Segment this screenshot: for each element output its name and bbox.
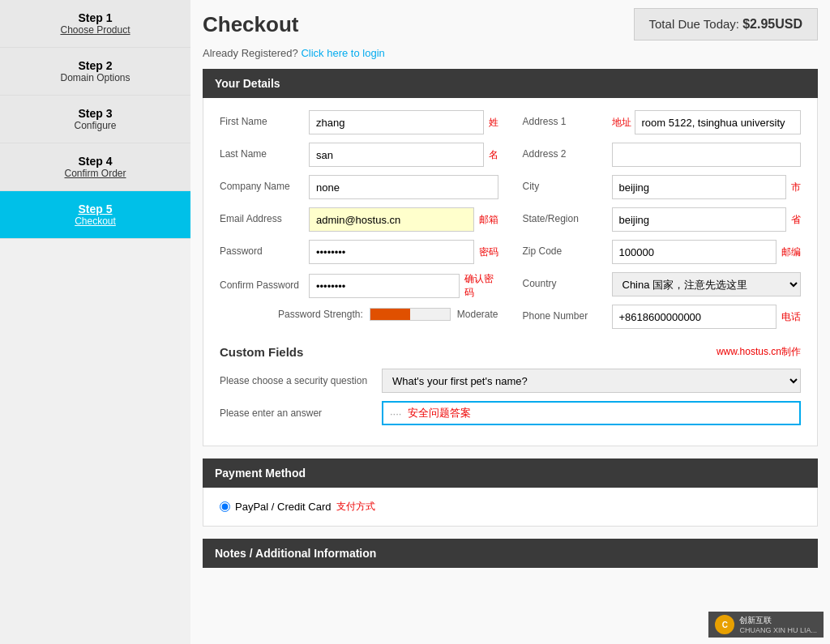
state-annotation: 省 — [791, 213, 801, 227]
notes-header: Notes / Additional Information — [203, 539, 818, 568]
country-select[interactable]: China 国家，注意先选这里 — [612, 272, 802, 296]
watermark-icon: C — [715, 615, 734, 634]
pwd-strength-text: Moderate — [457, 309, 498, 320]
phone-label: Phone Number — [523, 310, 612, 323]
address1-input[interactable] — [635, 110, 802, 134]
sidebar-item-step3[interactable]: Step 3 Configure — [0, 96, 190, 143]
first-name-input[interactable] — [309, 110, 484, 134]
custom-fields-title: Custom Fields — [220, 345, 303, 359]
confirm-password-input[interactable] — [309, 274, 460, 298]
payment-header: Payment Method — [203, 458, 818, 488]
confirm-password-row: Confirm Password 确认密码 — [220, 272, 498, 300]
address2-row: Address 2 — [523, 143, 802, 167]
sidebar: Step 1 Choose Product Step 2 Domain Opti… — [0, 0, 190, 644]
security-question-select[interactable]: What's your first pet's name? What's you… — [382, 369, 801, 393]
last-name-annotation: 名 — [489, 148, 498, 162]
hostus-link: www.hostus.cn制作 — [717, 345, 801, 359]
custom-fields-header: Custom Fields www.hostus.cn制作 — [220, 345, 801, 359]
answer-input-container: ···· 安全问题答案 — [382, 401, 801, 425]
email-label: Email Address — [220, 213, 309, 226]
city-row: City 市 — [523, 175, 802, 199]
step1-number: Step 1 — [8, 11, 182, 24]
answer-row: Please enter an answer ···· 安全问题答案 — [220, 401, 801, 425]
company-label: Company Name — [220, 181, 309, 194]
answer-dots: ···· — [390, 407, 401, 420]
password-label: Password — [220, 245, 309, 258]
security-question-row: Please choose a security question What's… — [220, 369, 801, 393]
pwd-bar-fill — [370, 309, 410, 320]
step5-number: Step 5 — [8, 203, 182, 215]
country-row: Country China 国家，注意先选这里 — [523, 272, 802, 296]
password-input[interactable] — [309, 240, 474, 264]
details-grid: First Name 姓 Last Name 名 Company Name — [220, 110, 801, 337]
answer-input[interactable] — [471, 407, 793, 420]
email-row: Email Address 邮箱 — [220, 207, 498, 232]
answer-annotation: 安全问题答案 — [408, 406, 471, 420]
login-link[interactable]: Click here to login — [301, 47, 384, 59]
address1-row: Address 1 地址 — [523, 110, 802, 134]
company-row: Company Name — [220, 175, 498, 199]
confirm-password-annotation: 确认密码 — [464, 272, 498, 300]
header-row: Checkout Total Due Today: $2.95USD — [203, 8, 818, 41]
paypal-radio[interactable] — [220, 501, 230, 512]
zip-input[interactable] — [612, 240, 777, 264]
phone-row: Phone Number 电话 — [523, 305, 802, 329]
step4-number: Step 4 — [8, 155, 182, 168]
sidebar-item-step2[interactable]: Step 2 Domain Options — [0, 48, 190, 96]
sidebar-item-step1[interactable]: Step 1 Choose Product — [0, 0, 190, 48]
payment-body: PayPal / Credit Card 支付方式 — [203, 488, 818, 527]
answer-label: Please enter an answer — [220, 407, 382, 419]
pwd-strength-label: Password Strength: — [278, 309, 363, 320]
left-column: First Name 姓 Last Name 名 Company Name — [220, 110, 498, 337]
city-annotation: 市 — [791, 181, 801, 194]
step4-label: Confirm Order — [8, 168, 182, 179]
password-row: Password 密码 — [220, 240, 498, 264]
step3-number: Step 3 — [8, 107, 182, 120]
watermark-text: 创新互联 CHUANG XIN HU LIA... — [739, 615, 817, 634]
country-label: Country — [523, 278, 612, 291]
already-registered: Already Registered? Click here to login — [203, 47, 818, 59]
page-title: Checkout — [203, 12, 298, 37]
first-name-label: First Name — [220, 116, 309, 129]
zip-annotation: 邮编 — [781, 245, 801, 259]
step2-label: Domain Options — [8, 72, 182, 83]
pwd-strength-row: Password Strength: Moderate — [220, 308, 498, 321]
step1-label: Choose Product — [8, 24, 182, 36]
address1-label: Address 1 — [523, 116, 612, 129]
email-annotation: 邮箱 — [479, 213, 498, 227]
phone-input[interactable] — [612, 305, 777, 329]
your-details-body: First Name 姓 Last Name 名 Company Name — [203, 98, 818, 446]
address2-label: Address 2 — [523, 148, 612, 161]
state-input[interactable] — [612, 207, 787, 232]
company-input[interactable] — [309, 175, 498, 199]
confirm-password-label: Confirm Password — [220, 279, 309, 292]
payment-annotation: 支付方式 — [336, 500, 375, 514]
security-question-label: Please choose a security question — [220, 375, 382, 386]
paypal-option[interactable]: PayPal / Credit Card 支付方式 — [220, 500, 801, 514]
city-input[interactable] — [612, 175, 787, 199]
custom-fields-section: Custom Fields www.hostus.cn制作 Please cho… — [220, 345, 801, 425]
phone-annotation: 电话 — [781, 310, 801, 324]
email-input[interactable] — [309, 207, 474, 232]
last-name-input[interactable] — [309, 143, 484, 167]
first-name-annotation: 姓 — [489, 116, 498, 130]
last-name-label: Last Name — [220, 148, 309, 161]
pwd-bar-empty — [410, 309, 450, 320]
zip-label: Zip Code — [523, 245, 612, 258]
total-due-value: $2.95USD — [742, 17, 802, 31]
main-content: Checkout Total Due Today: $2.95USD Alrea… — [190, 0, 830, 644]
zip-row: Zip Code 邮编 — [523, 240, 802, 264]
registered-text: Already Registered? — [203, 47, 298, 59]
address2-input[interactable] — [612, 143, 802, 167]
city-label: City — [523, 181, 612, 194]
step5-label: Checkout — [8, 215, 182, 227]
right-column: Address 1 地址 Address 2 City 市 State/ — [523, 110, 802, 337]
sidebar-item-step4[interactable]: Step 4 Confirm Order — [0, 143, 190, 191]
state-label: State/Region — [523, 213, 612, 226]
state-row: State/Region 省 — [523, 207, 802, 232]
password-annotation: 密码 — [479, 245, 498, 259]
address1-annotation: 地址 — [612, 116, 631, 130]
total-due-label: Total Due Today: — [649, 17, 739, 31]
step2-number: Step 2 — [8, 59, 182, 72]
sidebar-item-step5[interactable]: Step 5 Checkout — [0, 191, 190, 239]
